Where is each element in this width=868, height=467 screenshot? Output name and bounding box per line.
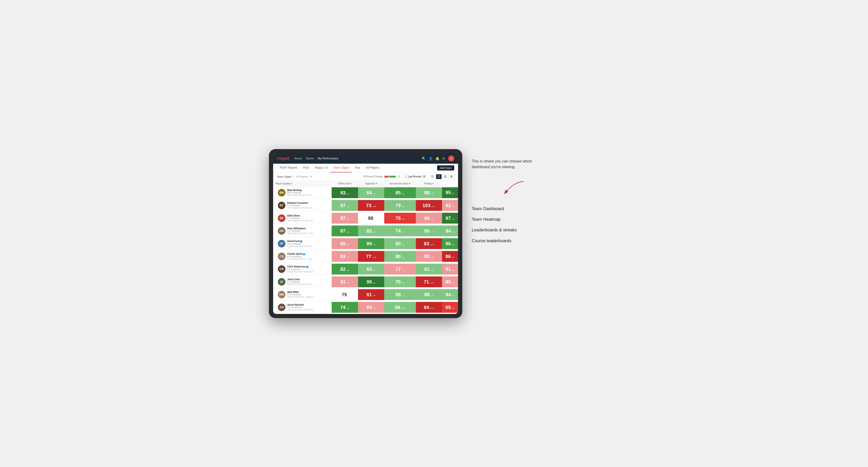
tab-pgat-players[interactable]: PGAT Players: [277, 164, 300, 173]
player-info: Dave Billingham 1-5 Handicap Gog Magog G…: [287, 227, 316, 235]
score-inner: 58 10▲: [395, 305, 405, 310]
player-info: Edward Crossman 1-5 Handicap Sunningdale…: [287, 201, 316, 209]
score-box: 84 21▲: [416, 302, 442, 313]
score-box: 95 8▲: [358, 276, 384, 287]
team-header-controls: 20 Round Change +5 🕑 Last Rounds: 20 ☷ ☷: [363, 174, 454, 179]
score-inner: 84 21▲: [424, 305, 434, 310]
view-grid-button[interactable]: ☷: [430, 174, 435, 179]
score-box: 88: [358, 213, 384, 224]
score-value: 83: [424, 241, 429, 247]
score-inner: 81 3▼: [340, 279, 349, 285]
logo[interactable]: clippd: [277, 156, 289, 161]
score-cell: 87 3▼: [332, 212, 358, 224]
score-change: 1▲: [402, 256, 404, 258]
table-row[interactable]: BM Blair McHarg Plus Handicap Royal Nort…: [273, 186, 458, 199]
score-value: 73: [366, 203, 371, 208]
player-handicap: 1-5 Handicap: [287, 217, 316, 219]
table-row[interactable]: MM Matt Miller 6-10 Handicap Woburn Golf…: [273, 288, 458, 301]
score-cell: 94 3▲: [442, 288, 458, 301]
score-change: 6▼: [431, 218, 433, 220]
annotation-arrow: [500, 179, 528, 198]
player-avatar: AN: [278, 304, 285, 311]
view-heatmap-button[interactable]: ☷: [436, 174, 442, 179]
tab-tour[interactable]: Tour: [352, 164, 363, 173]
score-cell: 74 1▲: [384, 224, 415, 237]
score-inner: 77 14▼: [366, 254, 376, 259]
player-name: Elliot Ebert: [287, 214, 316, 217]
verified-badge: ✓: [303, 253, 305, 255]
tab-hcaps[interactable]: Hcaps 1-5: [312, 164, 331, 173]
table-row[interactable]: EE Elliot Ebert 1-5 Handicap Sunningdale…: [273, 212, 458, 224]
player-cell: BM Blair McHarg Plus Handicap Royal Nort…: [273, 186, 332, 199]
table-row[interactable]: CR Chris Robertson✓ 1-5 Handicap Craigmi…: [273, 263, 458, 276]
last-rounds-button[interactable]: 🕑 Last Rounds: 20: [402, 174, 428, 179]
table-row[interactable]: CQ Charlie Quick✓ 6-10 Handicap St. Geor…: [273, 250, 458, 263]
col-header-around-green: Around the Green ▾: [384, 181, 415, 187]
view-list-button[interactable]: ☰: [442, 174, 448, 179]
score-cell: 80 1▲: [384, 250, 415, 263]
player-cell: DB Dave Billingham 1-5 Handicap Gog Mago…: [273, 224, 332, 237]
nav-teams[interactable]: Teams: [305, 156, 314, 161]
score-cell: 94 1▲: [442, 224, 458, 237]
last-rounds-value: 20: [423, 175, 426, 178]
user-icon[interactable]: 👤: [429, 157, 433, 160]
nav-home[interactable]: Home: [294, 156, 302, 161]
score-inner: 96 3▲: [445, 241, 455, 247]
nav-my-performance[interactable]: My Performance: [317, 156, 338, 161]
score-inner: 85 3▼: [424, 228, 434, 234]
col-header-off-tee: Off the Tee ▾: [332, 181, 358, 187]
player-handicap: Plus Handicap: [287, 243, 316, 245]
score-row: 58 10▲: [395, 305, 405, 310]
score-box: 81 3▼: [332, 276, 358, 287]
edit-icon[interactable]: ✎: [310, 175, 312, 178]
score-change: 9▲: [402, 206, 404, 208]
score-row: 91 3▼: [445, 267, 455, 272]
bell-icon[interactable]: 🔔: [435, 157, 439, 160]
score-row: 77 14▼: [366, 254, 376, 259]
score-value: 85: [396, 190, 401, 195]
score-change: 6▲: [373, 193, 376, 195]
tab-pga[interactable]: PGA: [300, 164, 312, 173]
tab-all-players[interactable]: All Players: [363, 164, 382, 173]
score-value: 74: [340, 305, 346, 310]
score-row: 93 9▲: [340, 190, 349, 195]
score-row: 75 2▲: [396, 279, 405, 285]
view-expand-button[interactable]: ⇅: [448, 174, 454, 179]
score-box: 87 3▼: [332, 213, 358, 224]
settings-icon[interactable]: ⚙: [442, 157, 445, 160]
score-value: 60: [367, 267, 372, 272]
score-row: 86 8▼: [445, 254, 455, 259]
score-inner: 80 3▲: [396, 241, 405, 247]
score-inner: 94 1▲: [445, 228, 455, 234]
table-row[interactable]: DF David Ford✓ Plus Handicap Royal North…: [273, 237, 458, 250]
score-change: 8▼: [452, 256, 455, 258]
table-row[interactable]: AN Aaron Nicholls 11-15 Handicap Drift G…: [273, 301, 458, 314]
score-box: 97 5▲: [442, 213, 458, 224]
round-change-label: 20 Round Change: [363, 175, 382, 178]
player-info: Elliot Ebert 1-5 Handicap Sunningdale Go…: [287, 214, 316, 222]
player-info: Aaron Nicholls 11-15 Handicap Drift Golf…: [287, 304, 316, 311]
score-inner: 74 1▲: [396, 228, 405, 234]
score-cell: 82 3▲: [332, 263, 358, 276]
player-name: Aaron Nicholls: [287, 304, 316, 306]
dashboard-item-2: Team Heatmap: [472, 217, 547, 222]
score-change: 3▲: [346, 269, 349, 271]
score-value: 82: [340, 267, 346, 272]
score-value: 88: [424, 190, 430, 195]
table-row[interactable]: DB Dave Billingham 1-5 Handicap Gog Mago…: [273, 224, 458, 237]
tab-team-clippd[interactable]: Team Clippd: [331, 164, 352, 173]
table-row[interactable]: JC Josh Coles 1-5 Handicap Royal North D…: [273, 276, 458, 288]
score-value: 84: [424, 305, 429, 310]
add-team-button[interactable]: Add Team: [437, 165, 454, 170]
dashboard-list: Team Dashboard Team Heatmap Leaderboards…: [472, 206, 547, 244]
score-box: 85 3▼: [332, 238, 358, 249]
player-name: David Ford✓: [287, 240, 316, 243]
user-avatar[interactable]: U: [448, 155, 454, 161]
score-row: 103 15▲: [423, 203, 435, 208]
search-icon[interactable]: 🔍: [422, 157, 426, 160]
table-row[interactable]: EC Edward Crossman 1-5 Handicap Sunningd…: [273, 199, 458, 212]
score-cell: 81 4▲: [416, 263, 442, 276]
score-box: 75 3▼: [384, 213, 415, 224]
score-box: 60 1▼: [358, 302, 384, 313]
score-change: 2▼: [431, 294, 433, 297]
